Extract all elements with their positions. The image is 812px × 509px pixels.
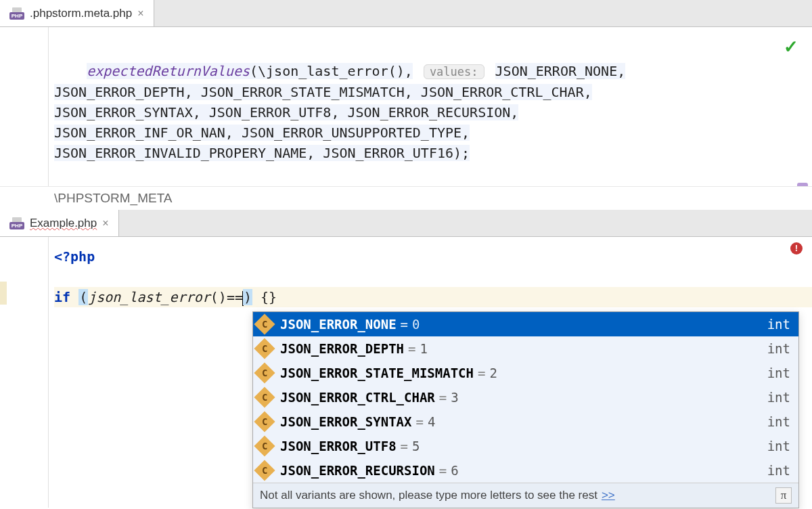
check-icon: ✓: [784, 37, 798, 58]
item-name: JSON_ERROR_DEPTH: [280, 339, 404, 358]
autocomplete-item[interactable]: CJSON_ERROR_STATE_MISMATCH = 2int: [253, 361, 798, 385]
item-name: JSON_ERROR_NONE: [280, 315, 397, 334]
item-name: JSON_ERROR_CTRL_CHAR: [280, 388, 435, 407]
item-type: int: [767, 388, 790, 407]
autocomplete-item[interactable]: CJSON_ERROR_DEPTH = 1int: [253, 336, 798, 361]
constant-icon: C: [254, 313, 275, 334]
gutter-highlight: [0, 282, 7, 305]
item-name: JSON_ERROR_UTF8: [280, 437, 397, 456]
constant-icon: C: [254, 338, 275, 359]
item-value: 2: [489, 363, 497, 382]
tab-bar-bottom: PHP Example.php ×: [0, 210, 812, 237]
autocomplete-item[interactable]: CJSON_ERROR_NONE = 0int: [253, 312, 798, 336]
constant-icon: C: [254, 362, 275, 383]
item-type: int: [767, 412, 790, 431]
item-value: 1: [420, 339, 427, 358]
show-more-link[interactable]: >>: [602, 489, 615, 502]
item-value: 0: [412, 315, 420, 334]
item-type: int: [767, 461, 790, 480]
scrollbar-marker[interactable]: [797, 183, 808, 186]
footer-text: Not all variants are shown, please type …: [260, 489, 597, 502]
constant-icon: C: [254, 411, 275, 432]
tab-label: Example.php: [30, 217, 97, 230]
tab-phpstorm-meta[interactable]: PHP .phpstorm.meta.php ×: [0, 0, 154, 26]
item-value: 6: [451, 461, 458, 480]
code-content-top[interactable]: expectedReturnValues(\json_last_error(),…: [49, 27, 812, 186]
close-icon[interactable]: ×: [137, 7, 143, 20]
breadcrumb[interactable]: \PHPSTORM_META: [0, 186, 812, 210]
top-editor-pane: PHP .phpstorm.meta.php × expectedReturnV…: [0, 0, 812, 210]
autocomplete-footer: Not all variants are shown, please type …: [253, 483, 798, 508]
item-value: 3: [451, 388, 458, 407]
tab-bar-top: PHP .phpstorm.meta.php ×: [0, 0, 812, 27]
tab-label: .phpstorm.meta.php: [30, 7, 132, 20]
item-type: int: [767, 437, 790, 456]
item-name: JSON_ERROR_RECURSION: [280, 461, 435, 480]
constant-icon: C: [254, 435, 275, 456]
php-file-icon: PHP: [9, 7, 24, 20]
item-name: JSON_ERROR_SYNTAX: [280, 412, 411, 431]
item-type: int: [767, 363, 790, 382]
item-value: 4: [428, 412, 435, 431]
tab-example-php[interactable]: PHP Example.php ×: [0, 210, 119, 236]
autocomplete-item[interactable]: CJSON_ERROR_SYNTAX = 4int: [253, 410, 798, 434]
close-icon[interactable]: ×: [102, 217, 108, 229]
item-name: JSON_ERROR_STATE_MISMATCH: [280, 363, 474, 382]
constant-icon: C: [254, 386, 275, 407]
gutter: [0, 237, 49, 508]
php-file-icon: PHP: [9, 217, 24, 229]
item-type: int: [767, 339, 790, 358]
error-icon[interactable]: !: [790, 242, 803, 255]
autocomplete-item[interactable]: CJSON_ERROR_CTRL_CHAR = 3int: [253, 385, 798, 410]
item-value: 5: [412, 437, 420, 456]
pi-icon[interactable]: π: [775, 487, 792, 504]
autocomplete-popup: CJSON_ERROR_NONE = 0intCJSON_ERROR_DEPTH…: [252, 311, 799, 508]
gutter: [0, 27, 49, 186]
autocomplete-item[interactable]: CJSON_ERROR_UTF8 = 5int: [253, 434, 798, 458]
constant-icon: C: [254, 460, 275, 481]
code-area-top[interactable]: expectedReturnValues(\json_last_error(),…: [0, 27, 812, 186]
item-type: int: [767, 315, 790, 334]
autocomplete-item[interactable]: CJSON_ERROR_RECURSION = 6int: [253, 458, 798, 483]
